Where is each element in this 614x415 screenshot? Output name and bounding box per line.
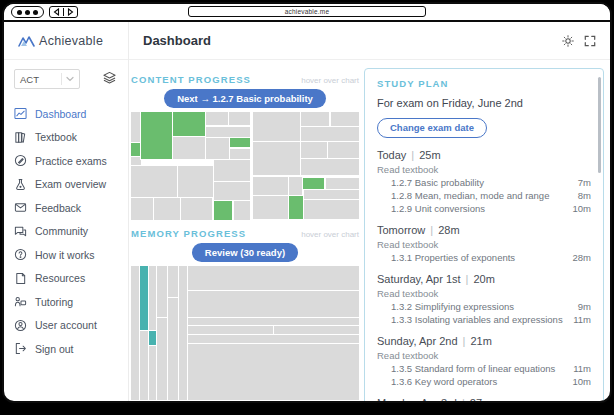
layers-icon[interactable] — [103, 70, 116, 88]
treemap-cell-incomplete[interactable] — [331, 112, 360, 126]
treemap-cell-incomplete[interactable] — [188, 266, 359, 290]
treemap-cell-incomplete[interactable] — [206, 112, 228, 125]
treemap-cell-incomplete[interactable] — [230, 149, 249, 160]
window-controls[interactable] — [11, 6, 44, 18]
treemap-cell-incomplete[interactable] — [206, 127, 249, 137]
sidebar-item-dashboard[interactable]: Dashboard — [14, 102, 128, 126]
treemap-cell-incomplete[interactable] — [301, 127, 359, 141]
study-plan-item[interactable]: 1.3.6 Key word operators10m — [377, 375, 591, 388]
treemap-cell-incomplete[interactable] — [253, 177, 288, 195]
treemap-cell-incomplete[interactable] — [188, 291, 359, 317]
treemap-cell-complete[interactable] — [289, 196, 303, 220]
sidebar-item-user-account[interactable]: User account — [14, 314, 128, 338]
sidebar-item-practice-exams[interactable]: Practice exams — [14, 149, 128, 173]
treemap-cell-incomplete[interactable] — [253, 142, 300, 175]
treemap-cell-incomplete[interactable] — [131, 157, 141, 165]
review-button[interactable]: Review (30 ready) — [192, 243, 298, 262]
treemap-cell-incomplete[interactable] — [188, 318, 359, 325]
theme-toggle-icon[interactable] — [562, 35, 574, 47]
treemap-cell-incomplete[interactable] — [131, 198, 153, 220]
back-icon[interactable] — [53, 8, 60, 16]
treemap-cell-incomplete[interactable] — [328, 142, 359, 158]
content-progress-treemap[interactable] — [131, 112, 359, 220]
sidebar-item-community[interactable]: Community — [14, 220, 128, 244]
treemap-cell-incomplete[interactable] — [301, 112, 330, 126]
next-lesson-button[interactable]: Next → 1.2.7 Basic probability — [164, 89, 326, 108]
treemap-cell-incomplete[interactable] — [178, 166, 213, 197]
window-dot[interactable] — [25, 10, 30, 15]
logo[interactable]: Achievable — [4, 22, 128, 60]
study-plan-item[interactable]: 1.3.2 Simplifying expressions9m — [377, 300, 591, 313]
sidebar-item-how-it-works[interactable]: How it works — [14, 243, 128, 267]
sidebar-item-label: Feedback — [35, 202, 81, 214]
treemap-cell-complete[interactable] — [140, 266, 148, 330]
study-plan-item[interactable]: 1.3.5 Standard form of linear equations1… — [377, 362, 591, 375]
study-plan-item[interactable]: 1.2.8 Mean, median, mode and range8m — [377, 189, 591, 202]
treemap-cell-incomplete[interactable] — [253, 112, 300, 141]
window-dot[interactable] — [17, 10, 22, 15]
treemap-cell-incomplete[interactable] — [188, 335, 359, 343]
treemap-cell-incomplete[interactable] — [181, 198, 212, 220]
day-label: Tomorrow — [377, 224, 425, 236]
treemap-cell-incomplete[interactable] — [149, 266, 156, 330]
url-bar[interactable]: achievable.me — [188, 6, 426, 17]
study-plan-item[interactable]: 1.3.3 Isolating variables and expression… — [377, 313, 591, 326]
study-plan-item[interactable]: 1.3.1 Properties of exponents28m — [377, 251, 591, 264]
study-plan-item[interactable]: 1.2.7 Basic probability7m — [377, 176, 591, 189]
treemap-cell-incomplete[interactable] — [234, 201, 250, 220]
study-plan-item[interactable]: 1.2.9 Unit conversions10m — [377, 202, 591, 215]
treemap-cell-incomplete[interactable] — [214, 160, 249, 180]
chat-icon — [14, 225, 27, 238]
treemap-cell-incomplete[interactable] — [229, 112, 250, 125]
treemap-cell-complete[interactable] — [141, 112, 172, 159]
treemap-cell-complete[interactable] — [303, 178, 324, 190]
treemap-cell-complete[interactable] — [214, 201, 232, 220]
treemap-cell-incomplete[interactable] — [168, 266, 178, 297]
browser-nav — [49, 6, 78, 18]
treemap-cell-complete[interactable] — [131, 143, 141, 156]
treemap-cell-incomplete[interactable] — [131, 166, 177, 197]
day-divider: | — [411, 149, 414, 161]
day-divider: | — [430, 224, 433, 236]
treemap-cell-incomplete[interactable] — [131, 112, 141, 142]
forward-icon[interactable] — [67, 8, 74, 16]
treemap-cell-incomplete[interactable] — [253, 196, 288, 220]
treemap-cell-incomplete[interactable] — [214, 182, 249, 200]
study-plan-scrollbar[interactable] — [598, 77, 601, 173]
memory-progress-treemap[interactable] — [131, 266, 359, 402]
treemap-cell-incomplete[interactable] — [304, 190, 359, 199]
treemap-cell-incomplete[interactable] — [301, 142, 327, 158]
treemap-cell-incomplete[interactable] — [289, 177, 302, 195]
treemap-cell-incomplete[interactable] — [173, 137, 205, 159]
treemap-cell-incomplete[interactable] — [140, 331, 148, 399]
treemap-cell-complete[interactable] — [230, 138, 249, 148]
treemap-cell-incomplete[interactable] — [326, 178, 359, 190]
treemap-cell-incomplete[interactable] — [188, 344, 359, 400]
sidebar-item-textbook[interactable]: Textbook — [14, 126, 128, 150]
treemap-cell-incomplete[interactable] — [154, 198, 180, 220]
treemap-cell-incomplete[interactable] — [149, 346, 156, 400]
treemap-cell-incomplete[interactable] — [157, 266, 167, 317]
window-dot[interactable] — [33, 10, 38, 15]
help-icon — [14, 248, 27, 261]
sidebar-item-tutoring[interactable]: Tutoring — [14, 290, 128, 314]
sidebar-item-sign-out[interactable]: Sign out — [14, 337, 128, 361]
treemap-cell-incomplete[interactable] — [157, 318, 167, 399]
content-progress-title: CONTENT PROGRESS — [131, 74, 251, 85]
change-exam-date-button[interactable]: Change exam date — [377, 118, 487, 138]
treemap-cell-incomplete[interactable] — [131, 266, 139, 400]
treemap-cell-incomplete[interactable] — [274, 326, 359, 334]
sidebar-item-feedback[interactable]: Feedback — [14, 196, 128, 220]
fullscreen-icon[interactable] — [584, 35, 596, 47]
course-select[interactable]: ACT — [14, 69, 80, 89]
treemap-cell-incomplete[interactable] — [301, 159, 359, 175]
sidebar-item-resources[interactable]: Resources — [14, 267, 128, 291]
treemap-cell-incomplete[interactable] — [206, 138, 229, 160]
treemap-cell-complete[interactable] — [149, 331, 156, 345]
treemap-cell-incomplete[interactable] — [179, 266, 188, 400]
treemap-cell-complete[interactable] — [173, 112, 205, 136]
treemap-cell-incomplete[interactable] — [168, 298, 178, 400]
treemap-cell-incomplete[interactable] — [188, 326, 272, 334]
sidebar-item-exam-overview[interactable]: Exam overview — [14, 173, 128, 197]
treemap-cell-incomplete[interactable] — [304, 200, 359, 219]
